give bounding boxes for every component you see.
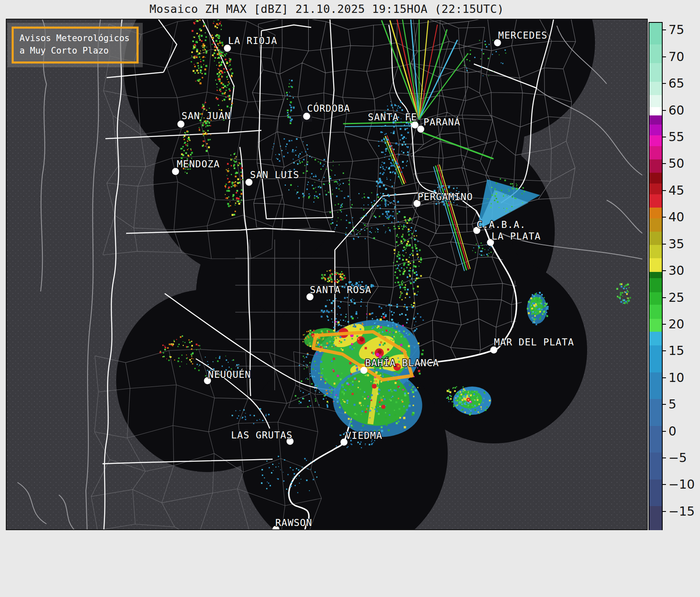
colorbar-segment: [649, 44, 662, 64]
page-title: Mosaico ZH MAX [dBZ] 21.10.2025 19:15HOA…: [6, 2, 648, 15]
city-label: MAR DEL PLATA: [494, 337, 574, 347]
colorbar-tick: [662, 431, 666, 432]
colorbar-segment: [649, 453, 662, 480]
colorbar-segment: [649, 173, 662, 184]
colorbar-segment: [649, 135, 662, 146]
colorbar-gradient: [649, 22, 663, 532]
city-label: C.A.B.A.: [477, 219, 526, 230]
city-label: CÓRDOBA: [307, 103, 350, 114]
colorbar-segment: [649, 399, 662, 426]
city-label: VIEDMA: [345, 430, 382, 441]
colorbar-tick-label: 65: [668, 76, 684, 91]
colorbar-ticks: 757065605550454035302520151050−5−10−15: [662, 22, 700, 530]
colorbar-segment: [649, 331, 662, 345]
footer-logos: Servicio Meteorológico Nacional Argentin…: [0, 530, 700, 597]
colorbar-tick-label: 45: [668, 183, 684, 198]
colorbar-tick: [662, 56, 666, 57]
city-label: SAN LUIS: [250, 169, 300, 180]
colorbar-segment: [649, 345, 662, 372]
colorbar-tick: [662, 511, 666, 512]
colorbar-tick-label: 5: [668, 397, 676, 411]
colorbar-segment: [649, 194, 662, 208]
city-label: BAHÍA BLANCA: [365, 357, 439, 368]
city-label: PERGAMINO: [417, 191, 473, 202]
colorbar-segment: [649, 125, 662, 135]
colorbar-segment: [649, 278, 662, 292]
colorbar-segment: [649, 218, 662, 232]
colorbar-segment: [649, 245, 662, 259]
colorbar-tick-label: 70: [668, 49, 684, 64]
colorbar-segment: [649, 479, 662, 506]
colorbar-tick: [662, 458, 666, 458]
colorbar-segment: [649, 146, 662, 159]
colorbar-tick: [662, 29, 666, 30]
warning-legend-line2: a Muy Corto Plazo: [20, 44, 130, 57]
colorbar-segment: [649, 426, 662, 453]
colorbar-tick-label: 40: [668, 210, 684, 224]
colorbar-tick-label: 20: [668, 317, 684, 331]
colorbar-segment: [649, 115, 662, 125]
colorbar-segment: [649, 95, 662, 107]
colorbar-segment: [649, 107, 662, 115]
colorbar-tick-label: −10: [668, 477, 695, 492]
colorbar-tick: [662, 110, 666, 111]
colorbar-segment: [649, 82, 662, 95]
city-dot: [303, 113, 310, 120]
colorbar-tick-label: 30: [668, 263, 684, 278]
colorbar-tick-label: −5: [668, 450, 687, 465]
city-label: NEUQUÉN: [208, 369, 251, 380]
colorbar-segment: [649, 318, 662, 331]
city-label: RAWSON: [275, 517, 312, 528]
colorbar-tick: [662, 324, 666, 325]
colorbar-tick-label: 50: [668, 156, 684, 171]
colorbar-tick: [662, 163, 666, 164]
colorbar-segment: [649, 231, 662, 245]
colorbar-segment: [649, 292, 662, 305]
colorbar-tick: [662, 297, 666, 298]
warning-legend-border: Avisos Meteorológicos a Muy Corto Plazo: [12, 27, 139, 64]
colorbar-tick: [662, 83, 666, 84]
colorbar-tick: [662, 350, 666, 351]
colorbar-tick: [662, 244, 666, 245]
radar-map-canvas: LA RIOJAMERCEDESSAN JUANCÓRDOBASANTA FEP…: [7, 20, 648, 530]
colorbar-tick-label: 55: [668, 130, 684, 144]
city-dot: [412, 122, 419, 129]
colorbar-tick-label: 75: [668, 22, 684, 37]
colorbar-tick-label: 15: [668, 343, 684, 358]
city-label: SANTA FE: [368, 112, 417, 122]
colorbar-segment: [649, 184, 662, 194]
colorbar-segment: [649, 272, 662, 278]
colorbar-segment: [649, 159, 662, 173]
colorbar-tick-label: 25: [668, 290, 684, 304]
colorbar-segment: [649, 506, 662, 531]
city-label: MENDOZA: [177, 159, 220, 169]
colorbar-tick: [662, 404, 666, 405]
colorbar-segment: [649, 258, 662, 272]
colorbar-tick-label: 60: [668, 103, 684, 117]
colorbar-tick-label: −15: [668, 504, 695, 519]
city-dot: [178, 121, 185, 128]
warning-legend-box: Avisos Meteorológicos a Muy Corto Plazo: [7, 23, 143, 67]
colorbar-tick: [662, 190, 666, 191]
colorbar-segment: [649, 305, 662, 319]
colorbar-tick: [662, 484, 666, 485]
colorbar-tick: [662, 377, 666, 378]
colorbar-tick-label: 35: [668, 236, 684, 251]
city-label: LA PLATA: [492, 231, 541, 242]
city-label: PARANÁ: [423, 116, 460, 127]
colorbar-segment: [649, 23, 662, 44]
colorbar-tick: [662, 137, 666, 137]
city-label: LA RIOJA: [228, 35, 278, 46]
city-label: LAS GRUTAS: [231, 430, 293, 440]
colorbar-segment: [649, 372, 662, 399]
city-label: MERCEDES: [498, 30, 548, 41]
colorbar-tick: [662, 270, 666, 271]
colorbar-tick-label: 10: [668, 370, 684, 385]
city-label: SANTA ROSA: [310, 284, 371, 295]
city-dot: [490, 347, 498, 354]
city-label: SAN JUAN: [182, 110, 231, 121]
colorbar-segment: [649, 208, 662, 218]
colorbar-segment: [649, 63, 662, 82]
colorbar-tick: [662, 217, 666, 218]
warning-legend-line1: Avisos Meteorológicos: [20, 32, 130, 44]
